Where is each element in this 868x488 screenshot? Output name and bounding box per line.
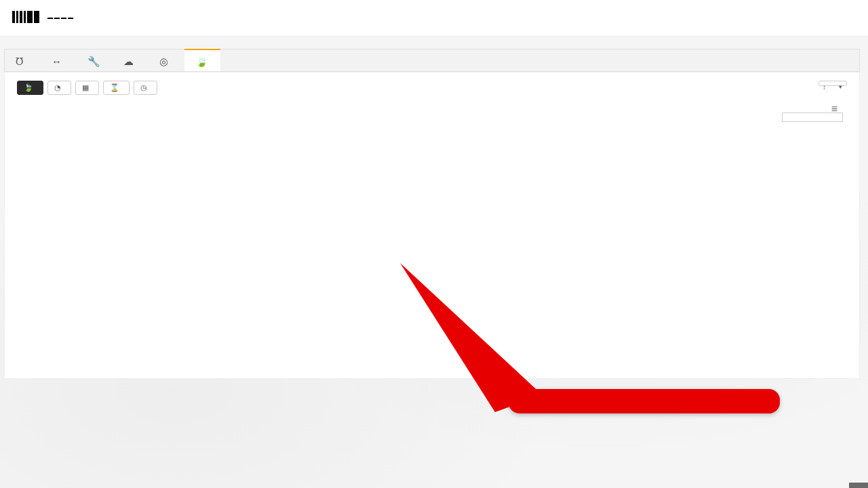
tab-code-size[interactable]: ↔ (41, 49, 77, 71)
brand-bars-icon (12, 11, 41, 26)
annotation-callout (509, 389, 780, 413)
subtab-green-scan[interactable]: ▦ (75, 81, 99, 95)
pie-icon: ◔ (54, 83, 61, 92)
stethoscope-icon: ℧ (16, 56, 26, 66)
trends-value-dropdown[interactable] (818, 81, 847, 86)
tab-green-impact[interactable]: 🍃 (184, 49, 220, 71)
leaf-icon: 🍃 (24, 83, 33, 92)
subtab-green-deficiency[interactable]: ⌛ (103, 81, 130, 95)
subtab-green-effort[interactable]: ◷ (134, 81, 157, 95)
wrench-icon: 🔧 (87, 56, 98, 66)
grid-icon: ▦ (82, 83, 89, 92)
sub-tabs: 🍃 ◔ ▦ ⌛ ◷ (17, 81, 847, 95)
svg-marker-0 (400, 263, 542, 412)
tab-open-source[interactable]: ◎ (149, 49, 184, 71)
subtab-green-impact[interactable]: 🍃 (17, 81, 43, 95)
callout-pointer-icon (400, 263, 563, 412)
arrows-h-icon: ↔ (52, 56, 62, 66)
tab-cloudready[interactable]: ☁ (113, 49, 149, 71)
tab-health-factors[interactable]: ℧ (5, 49, 41, 71)
leaf-icon: 🍃 (195, 56, 205, 66)
top-bar (0, 0, 868, 37)
brand-name (47, 18, 73, 19)
primary-tabs: ℧ ↔ 🔧 ☁ ◎ 🍃 (4, 49, 860, 72)
subtab-green-survey[interactable]: ◔ (47, 81, 71, 95)
hourglass-icon: ⌛ (110, 83, 119, 92)
cloud-icon: ☁ (123, 56, 134, 66)
clock-icon: ◷ (140, 83, 147, 92)
chart-legend (782, 113, 843, 122)
brand-block (12, 11, 73, 28)
osi-icon: ◎ (159, 56, 170, 66)
tab-maintenance[interactable]: 🔧 (77, 49, 113, 71)
page-number (849, 483, 868, 488)
chart-svg (36, 104, 239, 206)
